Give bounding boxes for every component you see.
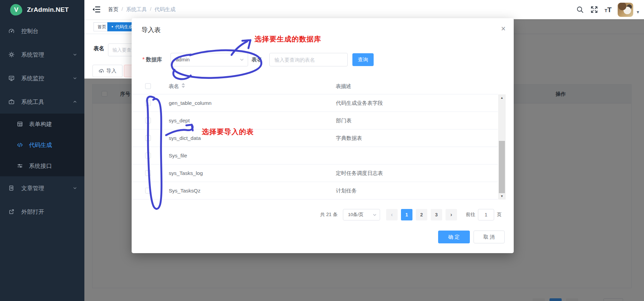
close-icon[interactable]: × [501,25,506,33]
sidebar-item-label: 文章管理 [21,184,44,192]
chevron-down-icon [73,53,77,57]
active-dot-icon: ● [111,25,113,28]
cell-table-desc: 定时任务调度日志表 [336,164,383,182]
topbar: 首页 / 系统工具 / 代码生成 TT ▼ [84,0,644,19]
scrollbar-thumb[interactable] [499,141,505,193]
table-row: gen_table_column 代码生成业务表字段 [132,94,498,112]
breadcrumb-separator: / [122,6,123,13]
database-select-value: admin [176,53,190,66]
goto-suffix: 页 [497,212,502,218]
font-size-icon[interactable]: TT [605,6,612,13]
app-logo[interactable]: V ZrAdmin.NET [0,0,84,19]
chevron-down-icon [240,58,244,62]
brand-title: ZrAdmin.NET [27,6,69,13]
cell-table-desc: 部门表 [336,112,352,129]
modal-overlay [514,19,644,79]
article-icon [8,185,15,191]
sidebar-item-system-tools[interactable]: 系统工具 [0,90,84,114]
sidebar-item-label: 系统工具 [21,98,44,106]
pagination-next-button[interactable]: › [446,209,457,220]
code-icon [17,142,23,148]
required-mark: * [142,57,144,62]
sidebar-item-external-open[interactable]: 外部打开 [0,200,84,223]
sidebar-item-dashboard[interactable]: 控制台 [0,19,84,43]
import-table-dialog: 导入表 × *数据库 admin 表名 查询 表名 表描述 gen_table_… [132,18,514,253]
sidebar-item-label: 系统管理 [21,51,44,59]
cell-table-name: Sys_file [169,147,187,164]
tag-label: 代码生成 [115,24,133,30]
tag-label: 首页 [98,24,106,30]
search-icon[interactable] [576,6,584,13]
sidebar-item-label: 系统接口 [29,162,52,170]
cell-table-desc: 计划任务 [336,182,357,200]
chevron-down-icon [373,213,377,217]
breadcrumb-home[interactable]: 首页 [108,6,118,13]
table-name-query-input[interactable] [269,53,348,66]
monitor-icon [8,75,15,81]
sidebar-item-system-api[interactable]: 系统接口 [0,155,84,176]
sidebar-item-label: 表单构建 [29,120,52,128]
cancel-button[interactable]: 取 消 [474,231,505,243]
upload-icon [99,68,104,74]
pagination-page-1[interactable]: 1 [401,209,412,220]
row-checkbox[interactable] [145,118,151,123]
modal-table-body: gen_table_column 代码生成业务表字段 sys_dept 部门表 … [132,94,498,200]
sidebar-item-form-builder[interactable]: 表单构建 [0,114,84,134]
sidebar-item-label: 代码生成 [29,141,52,149]
breadcrumb-system-tools: 系统工具 [126,6,147,13]
column-header-table-name[interactable]: 表名 [169,78,179,94]
import-button[interactable]: 导入 [92,65,123,77]
row-checkbox[interactable] [145,153,151,158]
sidebar-item-system-manage[interactable]: 系统管理 [0,43,84,66]
table-scrollbar[interactable]: ▲ ▼ [498,94,506,200]
cell-table-desc: 代码生成业务表字段 [336,94,383,112]
table-name-label: 表名 [93,45,104,52]
sidebar-item-code-generation[interactable]: 代码生成 [0,134,84,155]
goto-page-input[interactable] [478,209,494,220]
topbar-actions: TT ▼ [576,0,644,19]
row-checkbox[interactable] [145,100,151,106]
breadcrumb-separator: / [150,6,151,13]
scroll-up-icon[interactable]: ▲ [498,95,506,100]
cell-table-desc: 字典数据表 [336,129,362,147]
cell-table-name: sys_dept [169,112,190,129]
chevron-up-icon [73,100,77,104]
sort-carets-icon[interactable] [182,83,185,88]
external-link-icon [8,209,15,215]
sidebar: V ZrAdmin.NET 控制台 系统管理 系统监控 系统工具 表单构建 代码… [0,0,84,301]
query-button[interactable]: 查询 [352,53,374,66]
pagination-page-2[interactable]: 2 [416,209,427,220]
sidebar-item-label: 系统监控 [21,74,44,82]
row-checkbox[interactable] [145,188,151,193]
dialog-title: 导入表 [141,26,161,34]
caret-down-icon[interactable]: ▼ [636,10,640,14]
logo-letter: V [14,6,19,13]
column-header-table-desc: 表描述 [336,78,351,94]
select-all-checkbox[interactable] [145,83,151,89]
dashboard-icon [8,28,15,34]
scroll-down-icon[interactable]: ▼ [498,193,506,199]
row-checkbox[interactable] [145,170,151,176]
table-row: sys_dict_data 字典数据表 [132,129,498,147]
row-checkbox[interactable] [145,135,151,141]
cell-table-name: gen_table_column [169,94,212,112]
sidebar-item-article-manage[interactable]: 文章管理 [0,176,84,200]
modal-table-header: 表名 表描述 [132,78,498,94]
cell-table-name: sys_dict_data [169,129,201,147]
brand-logo-icon: V [10,4,22,16]
pagination-page-3[interactable]: 3 [431,209,442,220]
sidebar-item-system-monitor[interactable]: 系统监控 [0,66,84,90]
toolbox-icon [8,99,15,105]
import-button-label: 导入 [106,68,116,74]
table-name-label: 表名 [251,53,262,66]
pagination: 共 21 条 10条/页 ‹ 1 2 3 › 前往 页 [320,209,502,220]
confirm-button[interactable]: 确 定 [438,231,470,243]
user-avatar[interactable] [618,3,633,17]
fullscreen-icon[interactable] [590,6,598,13]
page-size-select[interactable]: 10条/页 [343,209,380,220]
pagination-prev-button[interactable]: ‹ [386,209,398,220]
table-row: sys_dept 部门表 [132,112,498,129]
sidebar-fold-icon[interactable] [92,6,100,13]
cell-table-name: Sys_TasksQz [169,182,200,200]
database-select[interactable]: admin [170,53,248,66]
